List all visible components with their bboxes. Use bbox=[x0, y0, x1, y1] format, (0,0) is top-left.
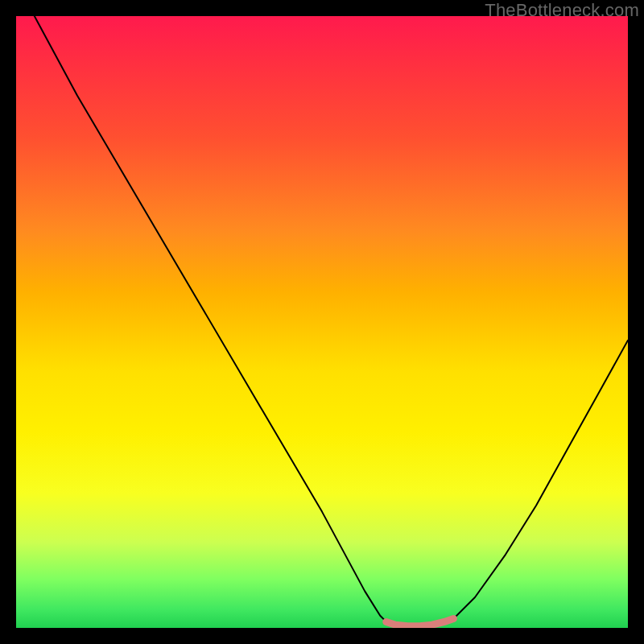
main-curve bbox=[35, 16, 628, 626]
chart-container: TheBottleneck.com bbox=[0, 0, 644, 644]
valley-highlight bbox=[386, 619, 454, 626]
plot-area bbox=[16, 16, 628, 628]
curve-layer bbox=[35, 16, 628, 626]
chart-svg bbox=[16, 16, 628, 628]
